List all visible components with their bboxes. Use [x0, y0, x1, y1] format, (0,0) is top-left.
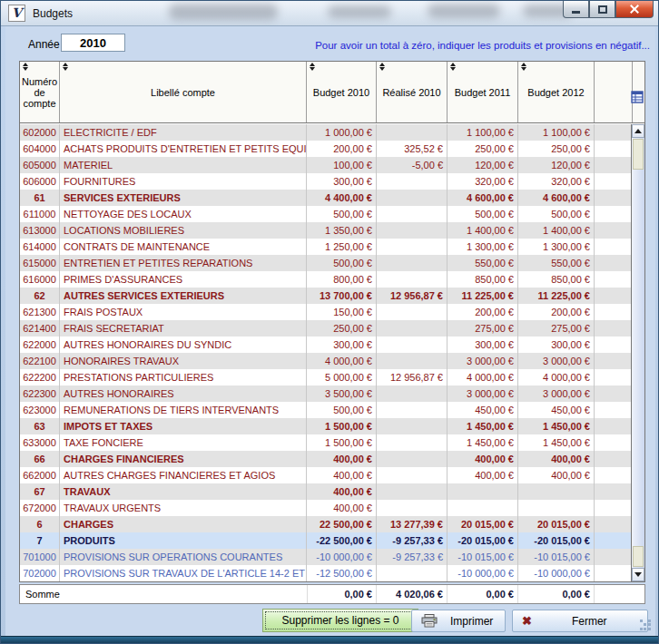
amount-cell — [377, 500, 448, 516]
table-row[interactable]: 61SERVICES EXTERIEURS4 400,00 €4 600,00 … — [20, 190, 633, 206]
amount-cell: 1 250,00 € — [307, 239, 377, 255]
table-row[interactable]: 63IMPOTS ET TAXES1 500,00 €1 450,00 €1 4… — [20, 418, 633, 434]
filler-cell — [595, 271, 633, 288]
amount-cell: -9 257,33 € — [377, 532, 448, 549]
table-row[interactable]: 622100HONORAIRES TRAVAUX4 000,00 €3 000,… — [20, 353, 633, 369]
table-row[interactable]: 606000FOURNITURES300,00 €320,00 €320,00 … — [20, 173, 633, 190]
sort-icon[interactable] — [309, 63, 316, 71]
sort-icon[interactable] — [449, 63, 457, 71]
scroll-up-button[interactable] — [632, 124, 644, 138]
maximize-button[interactable] — [589, 1, 615, 18]
table-row[interactable]: 622000AUTRES HONORAIRES DU SYNDIC300,00 … — [20, 337, 633, 353]
table-row[interactable]: 622200PRESTATIONS PARTICULIERES5 000,00 … — [20, 369, 633, 385]
table-row[interactable]: 616000PRIMES D'ASSURANCES800,00 €850,00 … — [20, 271, 633, 288]
column-header-realise-2010[interactable]: Réalisé 2010 — [377, 62, 448, 122]
amount-cell — [518, 500, 595, 516]
table-row[interactable]: 622300AUTRES HONORAIRES3 500,00 €3 000,0… — [20, 385, 633, 402]
table-row[interactable]: 615000ENTRETIEN ET PETITES REPARATIONS50… — [20, 255, 633, 271]
account-label-cell: TRAVAUX — [60, 483, 307, 500]
amount-cell: 3 000,00 € — [448, 385, 518, 402]
filler-cell — [595, 206, 633, 222]
amount-cell: 1 450,00 € — [448, 434, 518, 451]
account-label-cell: PRODUITS — [60, 532, 307, 549]
amount-cell — [377, 239, 448, 255]
account-label-cell: TRAVAUX URGENTS — [60, 500, 307, 516]
amount-cell — [377, 124, 448, 141]
amount-cell: 250,00 € — [518, 141, 595, 157]
table-row[interactable]: 672000TRAVAUX URGENTS400,00 € — [20, 500, 633, 516]
table-row[interactable]: 7PRODUITS-22 500,00 €-9 257,33 €-20 015,… — [20, 532, 633, 549]
table-row[interactable]: 623000REMUNERATIONS DE TIERS INTERVENANT… — [20, 402, 633, 418]
table-row[interactable]: 611000NETTOYAGE DES LOCAUX500,00 €500,00… — [20, 206, 633, 222]
account-number-cell: 672000 — [20, 500, 60, 516]
amount-cell: 1 350,00 € — [307, 222, 377, 239]
table-row[interactable]: 613000LOCATIONS MOBILIERES1 350,00 €1 40… — [20, 222, 633, 239]
account-label-cell: PROVISIONS SUR TRAVAUX DE L'ARTICLE 14-2… — [60, 565, 307, 581]
sort-icon[interactable] — [520, 63, 527, 71]
amount-cell: 22 500,00 € — [307, 516, 377, 532]
account-label-cell: CHARGES FINANCIERES — [60, 451, 307, 467]
filler-cell — [595, 483, 633, 500]
somme-realise-2010: 4 020,06 € — [377, 585, 448, 603]
close-window-button[interactable] — [615, 1, 654, 18]
table-row[interactable]: 621300FRAIS POSTAUX150,00 €200,00 €200,0… — [20, 304, 633, 320]
column-header-libelle[interactable]: Libellé compte — [60, 62, 307, 122]
column-header-budget-2012[interactable]: Budget 2012 — [518, 62, 595, 122]
resize-grip[interactable] — [640, 620, 652, 631]
filler-cell — [595, 385, 633, 402]
table-row[interactable]: 702000PROVISIONS SUR TRAVAUX DE L'ARTICL… — [20, 565, 633, 581]
sort-icon[interactable] — [22, 63, 29, 71]
account-number-cell: 613000 — [20, 222, 60, 239]
account-label-cell: PROVISIONS SUR OPERATIONS COURANTES — [60, 549, 307, 565]
table-row[interactable]: 633000TAXE FONCIERE1 500,00 €1 450,00 €1… — [20, 434, 633, 451]
amount-cell — [377, 222, 448, 239]
account-number-cell: 66 — [20, 451, 60, 467]
amount-cell: 500,00 € — [307, 206, 377, 222]
amount-cell: 400,00 € — [448, 451, 518, 467]
amount-cell: 400,00 € — [518, 451, 595, 467]
filler-cell — [595, 255, 633, 271]
table-row[interactable]: 602000ELECTRICITE / EDF1 000,00 €1 100,0… — [20, 124, 633, 141]
titlebar[interactable]: V Budgets — [1, 1, 658, 26]
table-row[interactable]: 604000ACHATS PRODUITS D'ENTRETIEN ET PET… — [20, 141, 633, 157]
amount-cell — [377, 255, 448, 271]
column-header-budget-2011[interactable]: Budget 2011 — [448, 62, 518, 122]
scroll-down-button[interactable] — [632, 568, 644, 581]
account-number-cell: 622000 — [20, 337, 60, 353]
print-button[interactable]: Imprimer — [411, 610, 506, 632]
scrollbar-thumb-lower[interactable] — [633, 546, 644, 567]
account-number-cell: 63 — [20, 418, 60, 434]
column-header-budget-2010[interactable]: Budget 2010 — [307, 62, 377, 122]
sort-icon[interactable] — [379, 63, 386, 71]
amount-cell: 1 100,00 € — [518, 124, 595, 141]
amount-cell: 200,00 € — [307, 141, 377, 157]
table-row[interactable]: 621400FRAIS SECRETARIAT250,00 €275,00 €2… — [20, 320, 633, 337]
amount-cell: 450,00 € — [518, 402, 595, 418]
amount-cell — [377, 467, 448, 483]
table-row[interactable]: 605000MATERIEL100,00 €-5,00 €120,00 €120… — [20, 157, 633, 173]
table-row[interactable]: 614000CONTRATS DE MAINTENANCE1 250,00 €1… — [20, 239, 633, 255]
account-number-cell: 604000 — [20, 141, 60, 157]
delete-zero-lines-button[interactable]: Supprimer les lignes = 0 — [262, 609, 418, 632]
table-row[interactable]: 6CHARGES22 500,00 €13 277,39 €20 015,00 … — [20, 516, 633, 532]
annee-input[interactable] — [61, 34, 125, 52]
account-label-cell: PRIMES D'ASSURANCES — [60, 271, 307, 288]
amount-cell: -5,00 € — [377, 157, 448, 173]
fermer-button[interactable]: ✖ Fermer — [512, 610, 648, 632]
scrollbar-thumb[interactable] — [633, 139, 644, 170]
somme-label: Somme — [20, 585, 307, 603]
column-settings-icon[interactable] — [631, 91, 644, 103]
somme-budget-2011: 0,00 € — [448, 585, 518, 603]
table-row[interactable]: 62AUTRES SERVICES EXTERIEURS13 700,00 €1… — [20, 288, 633, 304]
account-label-cell: FOURNITURES — [60, 173, 307, 190]
table-row[interactable]: 67TRAVAUX400,00 € — [20, 483, 633, 500]
column-header-numero[interactable]: Numéro de compte — [20, 62, 60, 122]
table-row[interactable]: 701000PROVISIONS SUR OPERATIONS COURANTE… — [20, 549, 633, 565]
filler-cell — [595, 402, 633, 418]
sort-icon[interactable] — [62, 63, 69, 71]
minimize-button[interactable] — [563, 1, 589, 18]
table-row[interactable]: 662000AUTRES CHARGES FINANCIERES ET AGIO… — [20, 467, 633, 483]
table-row[interactable]: 66CHARGES FINANCIERES400,00 €400,00 €400… — [20, 451, 633, 467]
vertical-scrollbar[interactable] — [631, 124, 644, 581]
arrow-up-icon — [634, 129, 642, 133]
